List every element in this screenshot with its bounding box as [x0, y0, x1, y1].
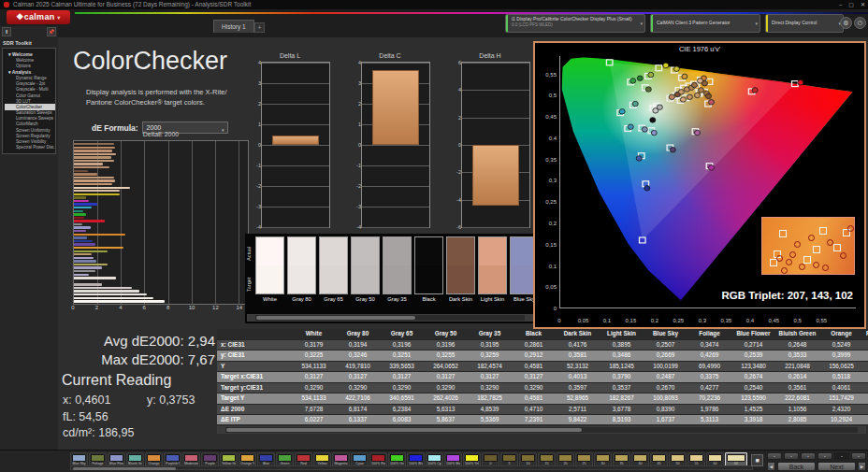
right-arrow-icon: ▶	[861, 465, 863, 469]
y-tick-label: 4	[250, 60, 261, 65]
sidebar-item-spectral-power-dist-[interactable]: Spectral Power Dist.	[5, 145, 55, 150]
table-column-header: Bluish Green	[775, 329, 819, 339]
table-scrollbar[interactable]	[217, 426, 866, 434]
swatch-scrollbar[interactable]	[247, 314, 533, 322]
cie-measured-dot	[680, 97, 686, 102]
tree-group-header[interactable]: ▾ Welcome	[5, 50, 55, 57]
cie-measured-dot	[628, 124, 633, 129]
collapse-sidebar-button[interactable]: ⬆	[2, 27, 11, 36]
back-arrow-button[interactable]: ◀	[767, 462, 775, 471]
cie-measured-dot	[694, 93, 700, 97]
cie-y-tick: 0,15	[537, 242, 557, 248]
scroll-left-icon[interactable]	[218, 427, 225, 433]
scroll-right-icon[interactable]	[858, 427, 865, 433]
deltae-bar	[74, 293, 147, 295]
transport-button-1[interactable]: •	[767, 452, 782, 460]
cie-measured-dot	[648, 72, 654, 77]
display-control-button[interactable]: Direct Display Control ▾	[765, 14, 844, 33]
settings-button[interactable]: ⚙	[840, 17, 852, 29]
close-icon[interactable]: ✕	[861, 0, 865, 9]
transport-button-6[interactable]: •	[851, 452, 866, 460]
tree-group-header[interactable]: ▾ Analysis	[5, 68, 55, 75]
window-titlebar: Calman 2025 Calman Ultimate for Business…	[0, 0, 868, 9]
next-arrow-button[interactable]: ▶	[858, 462, 866, 471]
inset-target-square	[803, 256, 811, 264]
pin-sidebar-button[interactable]: 📌	[47, 27, 56, 36]
pattern-color	[484, 454, 498, 462]
table-cell: 0,2861	[512, 340, 556, 350]
swatch-label: Black	[414, 296, 443, 302]
table-scroll-thumb[interactable]	[226, 428, 582, 432]
table-cell: 0,2614	[775, 372, 819, 382]
deltae-bar	[74, 283, 102, 285]
cie-y-tick: 0,1	[537, 264, 557, 269]
deltae-bar	[74, 240, 93, 242]
cie-chart-title: CIE 1976 u'v'	[535, 43, 864, 53]
current-reading-label: Current Reading	[62, 372, 171, 389]
stop-measure-button[interactable]: ■	[751, 454, 763, 466]
pattern-color	[203, 454, 217, 462]
table-cell: 60,8716	[863, 362, 868, 372]
tab-history-1[interactable]: History 1	[213, 20, 254, 33]
minimize-icon[interactable]: –	[839, 0, 842, 9]
back-button[interactable]: Back	[777, 462, 816, 471]
transport-button-4[interactable]: •	[817, 452, 832, 460]
calman-menu-button[interactable]: ❖calman ▾	[7, 10, 70, 24]
table-cell: 5,5369	[468, 415, 512, 424]
table-cell: 0,2118	[863, 372, 868, 382]
gridline	[362, 145, 429, 146]
meter-select-button[interactable]: i1 Display Pro/Calibrite ColorChecker Di…	[505, 14, 645, 33]
cie-measured-dot	[645, 87, 651, 92]
next-button[interactable]: Next	[817, 462, 856, 471]
table-cell: 0,4710	[512, 405, 556, 415]
cie-measured-dot	[657, 105, 662, 109]
add-tab-button[interactable]: +	[254, 22, 265, 33]
table-cell: 0,3375	[687, 372, 731, 382]
pattern-color	[72, 454, 86, 462]
deltae-bar	[74, 266, 102, 268]
table-cell: 4,8539	[468, 405, 512, 415]
pattern-scrollbar[interactable]	[70, 465, 753, 470]
table-cell: 5,3113	[687, 415, 731, 424]
deltae-bar	[74, 223, 82, 225]
maximize-icon[interactable]: ▢	[848, 0, 854, 9]
scroll-right-icon[interactable]	[525, 315, 532, 321]
y-tick-label: -2	[250, 183, 261, 189]
table-cell: 0,3790	[600, 372, 644, 382]
pattern-color	[297, 454, 311, 462]
pattern-color	[708, 454, 722, 462]
table-cell: 52,3132	[556, 362, 600, 372]
pattern-color	[315, 454, 329, 462]
transport-button-5[interactable]: •	[834, 452, 849, 460]
transport-button-2[interactable]: •	[784, 452, 799, 460]
table-cell: 0,3999	[819, 350, 863, 361]
x-tick-label: 8	[166, 305, 169, 310]
pattern-color	[353, 454, 367, 462]
scroll-left-icon[interactable]	[248, 315, 255, 321]
swatch-scroll-thumb[interactable]	[256, 316, 415, 320]
gridline	[462, 118, 529, 119]
power-button[interactable]: ⏻	[854, 17, 866, 29]
tab-label: History 1	[222, 23, 246, 30]
deltae-bar	[74, 264, 108, 265]
transport-button-3[interactable]: •	[801, 452, 816, 460]
table-cell: 0,3195	[468, 340, 512, 350]
deltae-bar	[74, 187, 130, 189]
table-cell: 0,3533	[775, 350, 819, 361]
y-tick-label: -4	[350, 224, 361, 230]
table-cell: 70,2236	[687, 393, 731, 404]
source-select-button[interactable]: CalMAN Client 3 Pattern Generator ▾	[650, 14, 760, 33]
table-row: Target x:CIE310,31270,31270,31270,31270,…	[217, 372, 868, 383]
table-cell: 0,5249	[819, 340, 863, 350]
deltae2000-chart-title: DeltaE 2000	[73, 131, 249, 140]
table-row-label: Target Y	[217, 393, 292, 404]
table-column-header: Foliage	[687, 329, 731, 339]
x-tick-label: 0	[71, 305, 74, 310]
deltae-bar	[74, 297, 153, 299]
pattern-scroll-thumb[interactable]	[73, 467, 176, 470]
display-name: Direct Display Control	[772, 21, 833, 26]
table-cell: 5,6313	[424, 405, 468, 415]
table-cell: 0,3537	[600, 383, 644, 393]
gridline	[362, 165, 429, 166]
patch-swatch-gray-80: Gray 80	[287, 236, 316, 306]
